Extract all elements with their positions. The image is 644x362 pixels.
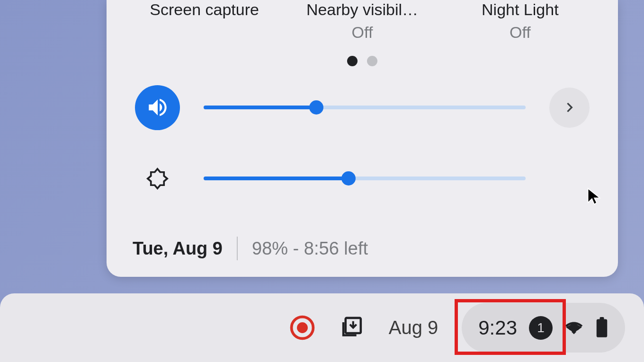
svg-rect-3	[597, 319, 608, 337]
brightness-slider[interactable]	[204, 177, 526, 180]
quick-tiles-row: Screen capture Nearby visibil… Off Night…	[125, 0, 599, 42]
pager-dot-inactive[interactable]	[367, 56, 377, 66]
pager-dots[interactable]	[125, 56, 599, 66]
chevron-right-icon	[560, 98, 579, 117]
shelf: Aug 9 9:23 1	[0, 293, 644, 362]
brightness-slider-row	[125, 156, 599, 201]
wifi-icon	[564, 318, 583, 337]
tile-label: Screen capture	[138, 0, 271, 19]
tile-label: Nearby visibil…	[296, 0, 429, 19]
svg-rect-4	[600, 317, 604, 320]
tile-night-light[interactable]: Night Light Off	[454, 0, 586, 42]
volume-slider-row	[125, 85, 599, 130]
tile-label: Night Light	[454, 0, 586, 19]
tile-screen-capture[interactable]: Screen capture	[138, 0, 271, 42]
tile-nearby-visibility[interactable]: Nearby visibil… Off	[296, 0, 429, 42]
notification-count: 1	[537, 320, 545, 336]
notification-badge[interactable]: 1	[529, 316, 553, 340]
footer-divider	[237, 237, 238, 260]
battery-icon	[595, 317, 608, 338]
shelf-date[interactable]: Aug 9	[389, 317, 438, 338]
tile-status: Off	[296, 23, 429, 42]
shelf-time: 9:23	[478, 317, 517, 339]
volume-icon[interactable]	[135, 85, 180, 130]
volume-slider[interactable]	[204, 106, 526, 109]
pager-dot-active[interactable]	[347, 56, 358, 66]
audio-settings-button[interactable]	[549, 88, 590, 128]
panel-footer: Tue, Aug 9 98% - 8:56 left	[133, 237, 368, 260]
panel-date: Tue, Aug 9	[133, 238, 223, 259]
status-area[interactable]: 9:23 1	[462, 303, 625, 353]
brightness-icon	[135, 156, 180, 201]
downloads-tray-icon[interactable]	[339, 315, 365, 341]
record-stop-icon[interactable]	[289, 315, 315, 341]
panel-battery-status: 98% - 8:56 left	[252, 238, 368, 259]
quick-settings-panel: Screen capture Nearby visibil… Off Night…	[107, 0, 618, 277]
svg-point-1	[297, 322, 308, 333]
tile-status: Off	[454, 23, 586, 42]
